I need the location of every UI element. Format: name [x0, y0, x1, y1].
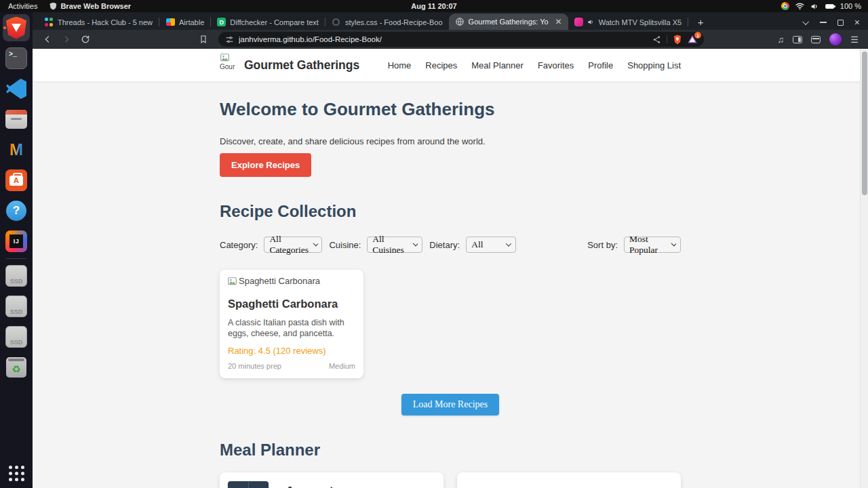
calendar-next-button[interactable]: › — [248, 481, 269, 488]
dock-gmail[interactable]: M — [3, 136, 30, 163]
site-nav: Home Recipes Meal Planner Favorites Prof… — [388, 60, 681, 70]
site-title: Gourmet Gatherings — [244, 58, 359, 73]
show-applications-button[interactable] — [9, 466, 24, 481]
dock-ssd-3[interactable]: SSD — [3, 323, 30, 350]
clock[interactable]: Aug 11 20:07 — [411, 2, 456, 10]
dock-ssd-2[interactable]: SSD — [3, 293, 30, 320]
brave-shields-icon[interactable] — [673, 35, 682, 45]
meal-planner-heading: Meal Planner — [220, 441, 681, 460]
volume-icon — [810, 3, 819, 10]
dock-files[interactable] — [3, 106, 30, 133]
files-icon — [5, 110, 27, 129]
explore-recipes-button[interactable]: Explore Recipes — [220, 153, 311, 177]
dock-software-center[interactable]: A — [3, 167, 30, 194]
dock-terminal[interactable]: >_ — [3, 45, 30, 72]
ubuntu-software-icon: A — [5, 169, 27, 191]
recipe-description: A classic Italian pasta dish with eggs, … — [228, 318, 355, 339]
tab-gourmet-gatherings[interactable]: Gourmet Gatherings: Yo ✕ — [449, 14, 568, 30]
gmail-icon: M — [5, 139, 27, 161]
menu-icon[interactable]: ☰ — [850, 35, 859, 45]
nav-shopping-list[interactable]: Shopping List — [627, 60, 681, 70]
tab-search-chevron-icon[interactable] — [802, 18, 809, 25]
focused-app-menu[interactable]: Brave Web Browser — [50, 2, 131, 10]
vscode-icon — [6, 79, 26, 99]
dietary-select[interactable]: All — [466, 237, 516, 253]
airtable-favicon — [165, 18, 175, 27]
sort-label: Sort by: — [587, 240, 618, 250]
forward-button[interactable] — [58, 31, 75, 47]
site-settings-icon[interactable] — [225, 35, 234, 44]
sidebar-icon[interactable] — [793, 36, 802, 43]
browser-toolbar: janhviverma.github.io/Food-Recipe-Book/ … — [33, 30, 868, 49]
page-viewport: Gour Gourmet Gatherings Home Recipes Mea… — [33, 49, 868, 488]
reload-button[interactable] — [77, 31, 94, 47]
week-meals-card: This Week's Meals — [457, 472, 681, 488]
share-icon[interactable] — [652, 35, 661, 44]
tab-strip: Threads - Hack Club - 5 new Airtable D D… — [33, 12, 868, 30]
file-favicon — [332, 18, 341, 27]
tab-splitsvilla[interactable]: Watch MTV Splitsvilla X5 — [568, 14, 688, 30]
media-control-icon[interactable]: ♫ — [778, 35, 785, 45]
terminal-icon: >_ — [5, 47, 27, 69]
nav-meal-planner[interactable]: Meal Planner — [471, 60, 524, 70]
dock-trash[interactable]: ♻ — [3, 354, 30, 381]
dock-intellij[interactable]: IJ — [3, 228, 30, 255]
page-scrollbar[interactable] — [860, 49, 868, 488]
chrome-tray-icon — [781, 2, 789, 10]
dock-brave[interactable] — [3, 14, 30, 41]
nav-favorites[interactable]: Favorites — [538, 60, 574, 70]
dock-separator — [6, 258, 26, 259]
recipe-collection-heading: Recipe Collection — [220, 202, 681, 221]
activities-button[interactable]: Activities — [8, 2, 37, 10]
ssd-drive-icon: SSD — [5, 326, 27, 348]
scrollbar-thumb[interactable] — [862, 52, 867, 195]
calendar-prev-button[interactable]: ‹ — [228, 481, 248, 488]
chevron-down-icon — [671, 241, 677, 247]
recipe-filters: Category: All Categories Cuisine: All Cu… — [220, 237, 681, 253]
dock-help[interactable]: ? — [3, 197, 30, 224]
tab-diffchecker[interactable]: D Diffchecker - Compare text — [211, 14, 325, 30]
wallet-icon[interactable] — [811, 36, 821, 43]
recipe-card[interactable]: Spaghetti Carbonara Spaghetti Carbonara … — [220, 270, 363, 378]
chevron-down-icon — [313, 241, 318, 247]
calendar-title: August 2024 — [285, 481, 334, 488]
cuisine-select[interactable]: All Cuisines — [367, 237, 422, 253]
window-close-button[interactable]: × — [854, 18, 860, 27]
profile-avatar[interactable] — [829, 33, 842, 45]
dock-vscode[interactable] — [3, 75, 30, 102]
trash-icon: ♻ — [6, 357, 26, 378]
nav-recipes[interactable]: Recipes — [425, 60, 457, 70]
dock-ssd-1[interactable]: SSD — [3, 262, 30, 289]
recipe-title: Spaghetti Carbonara — [228, 298, 355, 310]
recipe-image-broken: Spaghetti Carbonara — [220, 270, 363, 286]
diffchecker-favicon: D — [217, 18, 226, 26]
sort-select[interactable]: Most Popular — [624, 237, 681, 253]
bookmark-icon[interactable] — [195, 31, 212, 47]
tab-styles-css[interactable]: styles.css - Food-Recipe-Boo — [326, 14, 449, 30]
close-tab-icon[interactable]: ✕ — [555, 17, 562, 26]
minimize-button[interactable] — [820, 22, 827, 23]
cuisine-label: Cuisine: — [329, 240, 361, 250]
category-select[interactable]: All Categories — [264, 237, 322, 253]
system-tray[interactable]: 100 % — [781, 2, 868, 10]
url-text[interactable]: janhviverma.github.io/Food-Recipe-Book/ — [239, 35, 382, 43]
calendar-card: ‹ › today August 2024 month — [220, 472, 443, 488]
intellij-icon: IJ — [5, 230, 27, 252]
new-tab-button[interactable]: + — [694, 16, 707, 28]
address-bar[interactable]: janhviverma.github.io/Food-Recipe-Book/ … — [218, 32, 704, 47]
battery-icon — [825, 4, 834, 9]
tab-threads[interactable]: Threads - Hack Club - 5 new — [38, 14, 159, 30]
category-label: Category: — [220, 240, 258, 250]
dietary-label: Dietary: — [429, 240, 460, 250]
load-more-button[interactable]: Load More Recipes — [401, 394, 499, 415]
ubuntu-dock: >_ M A ? IJ SSD SSD SSD ♻ — [0, 12, 33, 488]
tab-airtable[interactable]: Airtable — [159, 14, 210, 30]
nav-home[interactable]: Home — [388, 60, 412, 70]
back-button[interactable] — [39, 31, 56, 47]
chevron-down-icon — [413, 241, 418, 247]
tab-audio-icon[interactable] — [587, 18, 595, 26]
nav-profile[interactable]: Profile — [588, 60, 613, 70]
extension-icon[interactable]: 1 — [688, 35, 697, 43]
recipe-difficulty: Medium — [329, 362, 355, 370]
restore-button[interactable] — [837, 20, 844, 26]
